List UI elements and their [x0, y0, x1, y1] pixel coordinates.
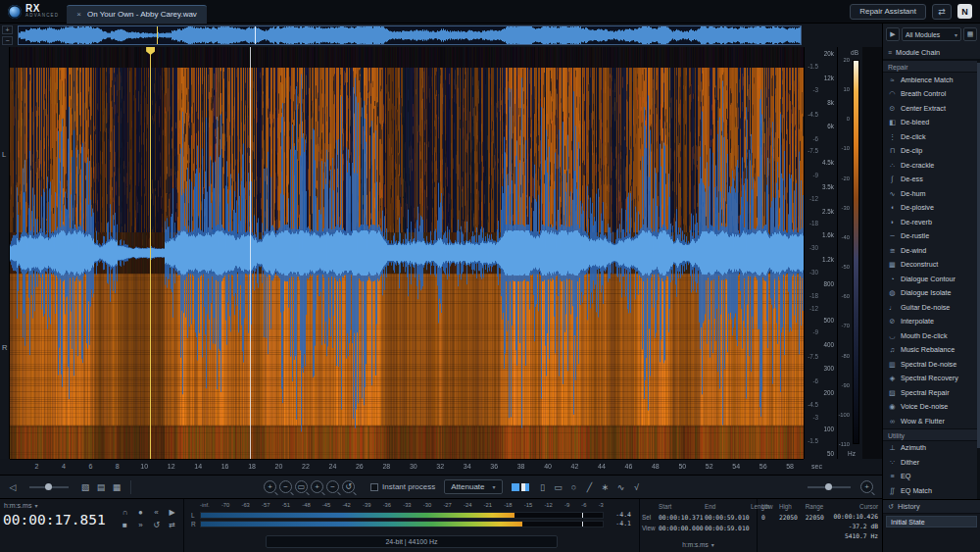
brush-tool-icon[interactable]: ╱ [583, 480, 597, 494]
module-item-eq[interactable]: ≡EQ [883, 470, 980, 484]
magic-wand-tool-icon[interactable]: ∗ [599, 480, 612, 494]
module-chain-button[interactable]: ≡ Module Chain [883, 45, 980, 60]
module-item-breath-control[interactable]: ◠Breath Control [883, 87, 980, 102]
zoom-slider[interactable] [808, 486, 851, 488]
meter-label-r: R [191, 521, 196, 527]
module-item-de-wind[interactable]: ≅De-wind [883, 243, 980, 258]
module-item-wow-flutter[interactable]: ∞Wow & Flutter [883, 414, 980, 428]
repair-assistant-button[interactable]: Repair Assistant [850, 4, 926, 20]
de-bleed-icon: ◧ [888, 118, 897, 126]
module-item-de-ess[interactable]: ∫De-ess [883, 173, 980, 187]
monitor-volume-slider[interactable] [29, 486, 69, 488]
module-item-ambience-match[interactable]: ≈Ambience Match [883, 73, 980, 87]
module-item-spectral-recovery[interactable]: ◈Spectral Recovery [883, 372, 980, 386]
waveform-view-icon[interactable]: ▦ [110, 480, 123, 494]
module-item-spectral-de-noise[interactable]: ▥Spectral De-noise [883, 357, 980, 372]
module-item-music-rebalance[interactable]: ♫Music Rebalance [883, 343, 980, 358]
zoom-selection-time-icon[interactable]: ▭ [295, 480, 308, 493]
play-icon[interactable]: ▶ [168, 508, 176, 517]
spectrogram-color-swatch[interactable] [521, 483, 529, 491]
freq-low-value[interactable]: 0 [761, 514, 779, 521]
sel-end-value[interactable]: 00:00:59.010 [705, 514, 751, 521]
module-item-dialogue-contour[interactable]: ◔Dialogue Contour [883, 272, 980, 286]
time-selection-tool-icon[interactable]: ▯ [536, 480, 550, 494]
record-icon[interactable]: ● [136, 508, 145, 517]
zoom-out-time-icon[interactable]: − [279, 480, 292, 493]
overview-canvas[interactable] [19, 26, 801, 44]
editor-area: +− L R 20k-1.512k-38k-4.56k-6-7.54.5k-93… [0, 24, 882, 498]
app-logo: RX ADVANCED [0, 4, 67, 19]
instant-process-toggle[interactable]: Instant process [370, 482, 435, 491]
module-item-center-extract[interactable]: ⊙Center Extract [883, 101, 980, 116]
module-item-label: De-wind [901, 246, 926, 255]
spectrogram-blend-icon[interactable]: ▧ [78, 480, 92, 494]
zoom-out-freq-icon[interactable]: − [326, 480, 339, 493]
spectrogram-canvas[interactable] [10, 47, 804, 459]
module-item-mouth-de-click[interactable]: ◡Mouth De-click [883, 328, 980, 343]
sel-start-value[interactable]: 00:00:10.371 [659, 514, 705, 521]
zoom-slider-knob[interactable] [825, 483, 832, 490]
process-mode-dropdown[interactable]: Attenuate ▾ [444, 479, 502, 494]
module-item-deconstruct[interactable]: ▦Deconstruct [883, 258, 980, 273]
tab-close-icon[interactable]: × [76, 10, 81, 19]
view-end-value[interactable]: 00:00:59.010 [705, 525, 751, 531]
headphones-icon[interactable]: ∩ [121, 508, 129, 517]
module-item-de-crackle[interactable]: ∴De-crackle [883, 158, 980, 173]
module-item-de-reverb[interactable]: ◗De-reverb [883, 215, 980, 229]
time-format-dropdown[interactable]: h:m:s.ms ▾ [4, 502, 37, 509]
view-start-value[interactable]: 00:00:00.000 [659, 525, 705, 531]
zoom-in-time-icon[interactable]: + [264, 480, 276, 493]
time-freq-selection-tool-icon[interactable]: ▭ [552, 480, 565, 494]
loop-icon[interactable]: ↺ [152, 521, 161, 529]
module-item-spectral-repair[interactable]: ▨Spectral Repair [883, 385, 980, 400]
file-tab[interactable]: × On Your Own - Abby Carey.wav [67, 5, 207, 24]
module-item-de-clip[interactable]: ⊓De-clip [883, 144, 980, 159]
history-item[interactable]: Initial State [886, 516, 977, 527]
spectrogram-display[interactable] [10, 47, 804, 459]
spectrogram-view-icon[interactable]: ▤ [94, 480, 108, 494]
title-bar: RX ADVANCED × On Your Own - Abby Carey.w… [0, 0, 980, 24]
modules-filter-dropdown[interactable]: All Modules ▾ [902, 27, 961, 41]
selection-time-format-dropdown[interactable]: h:m:s.ms ▾ [682, 541, 713, 548]
waveform-color-swatch[interactable] [512, 483, 519, 491]
magnifier-icon[interactable]: + [860, 480, 873, 493]
fade-tool-icon[interactable]: √ [630, 480, 644, 494]
module-item-dither[interactable]: ∵Dither [883, 455, 980, 470]
instant-process-checkbox[interactable] [370, 483, 378, 491]
module-preview-icon[interactable]: ▶ [886, 27, 900, 41]
module-item-de-click[interactable]: ⋮De-click [883, 129, 980, 144]
module-item-eq-match[interactable]: ∬EQ Match [883, 483, 980, 498]
lasso-tool-icon[interactable]: ○ [567, 480, 581, 494]
module-item-guitar-de-noise[interactable]: ♩Guitar De-noise [883, 300, 980, 315]
module-item-azimuth[interactable]: ⊥Azimuth [883, 441, 980, 456]
ruler-label: -12 [809, 304, 818, 311]
module-item-de-bleed[interactable]: ◧De-bleed [883, 116, 980, 130]
wow-flutter-icon: ∞ [888, 417, 897, 426]
module-item-de-rustle[interactable]: ∼De-rustle [883, 229, 980, 244]
skip-start-icon[interactable]: « [152, 508, 161, 517]
output-monitor-icon[interactable]: ◁ [6, 480, 20, 494]
draw-curve-tool-icon[interactable]: ∿ [614, 480, 628, 494]
follow-playhead-icon[interactable]: ⇄ [168, 521, 176, 529]
monitor-volume-knob[interactable] [45, 483, 52, 490]
module-item-voice-de-noise[interactable]: ◉Voice De-noise [883, 400, 980, 415]
skip-end-icon[interactable]: » [136, 521, 145, 529]
overview-zoom-out-icon[interactable]: − [2, 36, 13, 45]
module-item-dialogue-isolate[interactable]: ◍Dialogue Isolate [883, 286, 980, 301]
compare-settings-icon[interactable]: ⇄ [932, 4, 952, 20]
spectral-recovery-icon: ◈ [888, 374, 897, 382]
overview-strip[interactable] [18, 25, 802, 45]
module-item-de-plosive[interactable]: ◖De-plosive [883, 201, 980, 216]
time-format-value: h:m:s.ms [4, 502, 31, 509]
module-item-interpolate[interactable]: ⊘Interpolate [883, 315, 980, 329]
stop-icon[interactable]: ■ [121, 521, 129, 529]
overview-zoom-in-icon[interactable]: + [2, 25, 13, 34]
zoom-reset-icon[interactable]: ↺ [342, 480, 355, 493]
time-ruler[interactable]: sec 246810121416182022242628303234363840… [10, 459, 804, 475]
audio-format-badge: 24-bit | 44100 Hz [266, 535, 558, 548]
module-item-de-hum[interactable]: ∿De-hum [883, 186, 980, 201]
freq-high-value[interactable]: 22050 [779, 514, 806, 521]
zoom-in-freq-icon[interactable]: + [311, 480, 323, 493]
panel-grid-icon[interactable]: ▦ [963, 27, 977, 41]
freq-range-value[interactable]: 22050 [806, 514, 834, 521]
